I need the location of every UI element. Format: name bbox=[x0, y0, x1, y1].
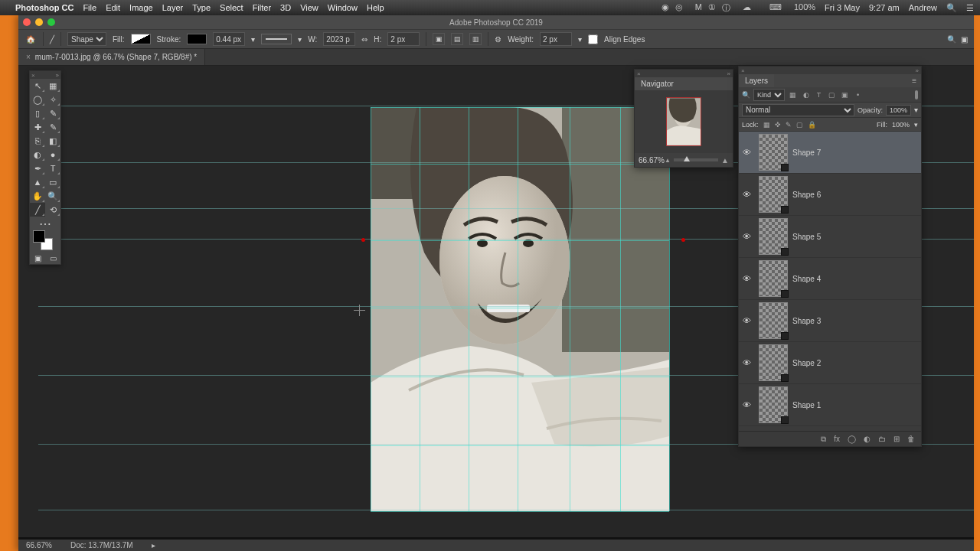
panel-close-icon[interactable]: × bbox=[31, 72, 35, 79]
visibility-toggle[interactable]: 👁 bbox=[739, 316, 754, 325]
new-layer-icon[interactable]: ⊞ bbox=[893, 435, 900, 443]
layer-thumbnail[interactable] bbox=[759, 302, 788, 339]
guide-vertical[interactable] bbox=[420, 107, 420, 511]
panel-close-icon[interactable]: × bbox=[741, 67, 745, 74]
layer-filter-kind[interactable]: Kind bbox=[753, 89, 785, 101]
layer-name[interactable]: Shape 6 bbox=[792, 191, 821, 199]
guide-vertical[interactable] bbox=[620, 107, 621, 511]
document-tab[interactable]: × mum-7-0013.jpg @ 66.7% (Shape 7, RGB/8… bbox=[18, 49, 205, 65]
link-wh-icon[interactable]: ⇔ bbox=[361, 35, 368, 44]
guide-vertical[interactable] bbox=[669, 107, 670, 511]
guide-horizontal[interactable] bbox=[371, 511, 669, 512]
notification-center-icon[interactable]: ☰ bbox=[966, 3, 974, 13]
tool-gradient[interactable]: ◐ bbox=[30, 148, 45, 161]
tool-type[interactable]: T bbox=[45, 161, 60, 175]
menu-date[interactable]: Fri 3 May bbox=[825, 3, 860, 12]
layer-row[interactable]: 👁Shape 3 bbox=[739, 300, 921, 342]
status-arrow-icon[interactable]: ▸ bbox=[152, 541, 155, 549]
tool-pen[interactable]: ✒ bbox=[30, 161, 45, 175]
layer-row[interactable]: 👁Shape 6 bbox=[739, 174, 921, 216]
guide-horizontal[interactable] bbox=[371, 308, 669, 308]
path-anchor[interactable] bbox=[681, 238, 685, 242]
status-icon[interactable]: M bbox=[695, 2, 702, 14]
lock-position-icon[interactable]: ✜ bbox=[775, 121, 781, 129]
layer-row[interactable]: 👁Shape 5 bbox=[739, 216, 921, 258]
tool-spot-heal[interactable]: ✚ bbox=[30, 120, 45, 134]
visibility-toggle[interactable]: 👁 bbox=[739, 232, 754, 241]
guide-horizontal[interactable] bbox=[371, 445, 669, 446]
layer-row[interactable]: 👁Shape 4 bbox=[739, 258, 921, 300]
delete-layer-icon[interactable]: 🗑 bbox=[907, 435, 915, 443]
home-button[interactable]: 🏠 bbox=[24, 33, 37, 45]
keyboard-icon[interactable]: ⌨ bbox=[769, 2, 782, 14]
tool-path-select[interactable]: ▲ bbox=[30, 175, 45, 189]
panel-collapse-icon[interactable]: » bbox=[56, 72, 59, 79]
menu-filter[interactable]: Filter bbox=[253, 3, 271, 12]
status-icon[interactable]: ⓘ bbox=[722, 2, 730, 14]
filter-pixel-icon[interactable]: ▦ bbox=[788, 90, 798, 99]
layers-tab[interactable]: Layers bbox=[739, 74, 774, 87]
panel-menu-icon[interactable]: ≡ bbox=[912, 77, 921, 85]
tool-move[interactable]: ↖ bbox=[30, 79, 45, 93]
fill-swatch[interactable] bbox=[131, 34, 151, 44]
stroke-width-dropdown[interactable]: ▾ bbox=[251, 35, 255, 44]
layer-thumbnail[interactable] bbox=[759, 260, 788, 297]
visibility-toggle[interactable]: 👁 bbox=[739, 274, 754, 283]
layer-name[interactable]: Shape 2 bbox=[792, 359, 821, 367]
fill-value[interactable]: 100% bbox=[892, 121, 910, 129]
workspace-switcher-icon[interactable]: ▣ bbox=[961, 35, 968, 44]
stroke-style-dropdown[interactable]: ▾ bbox=[298, 35, 302, 44]
menu-time[interactable]: 9:27 am bbox=[869, 3, 900, 12]
layer-thumbnail[interactable] bbox=[759, 176, 788, 213]
status-doc[interactable]: Doc: 13.7M/13.7M bbox=[70, 541, 133, 549]
new-group-icon[interactable]: 🗀 bbox=[878, 435, 886, 443]
guide-horizontal[interactable] bbox=[371, 107, 669, 108]
menu-window[interactable]: Window bbox=[328, 3, 358, 12]
menu-file[interactable]: File bbox=[83, 3, 96, 12]
tool-zoom[interactable]: 🔍 bbox=[45, 189, 60, 203]
panel-collapse-icon[interactable]: » bbox=[727, 70, 730, 77]
stroke-style-select[interactable] bbox=[261, 34, 292, 44]
visibility-toggle[interactable]: 👁 bbox=[739, 148, 754, 157]
guide-vertical[interactable] bbox=[518, 107, 518, 511]
path-arrangement-button[interactable]: ▥ bbox=[469, 33, 482, 45]
layer-row[interactable]: 👁Shape 1 bbox=[739, 384, 921, 426]
line-tool-icon[interactable]: ╱ bbox=[50, 35, 54, 44]
lock-pixels-icon[interactable]: ▦ bbox=[763, 121, 770, 129]
panel-close-icon[interactable]: × bbox=[637, 70, 641, 77]
path-operations-button[interactable]: ▣ bbox=[433, 33, 445, 45]
status-icon[interactable]: ☁ bbox=[743, 2, 751, 14]
lock-image-icon[interactable]: ✎ bbox=[786, 121, 792, 129]
filter-smart-icon[interactable]: ▣ bbox=[840, 90, 850, 99]
tool-eyedropper[interactable]: ✎ bbox=[45, 106, 60, 120]
layer-mask-icon[interactable]: ◯ bbox=[848, 435, 856, 443]
guide-horizontal[interactable] bbox=[371, 164, 669, 165]
guide-horizontal[interactable] bbox=[371, 377, 669, 377]
tool-brush[interactable]: ✎ bbox=[45, 120, 60, 134]
layer-row[interactable]: 👁Shape 7 bbox=[739, 132, 921, 174]
navigator-tab[interactable]: Navigator bbox=[635, 77, 680, 90]
visibility-toggle[interactable]: 👁 bbox=[739, 358, 754, 367]
zoom-in-icon[interactable]: ▲ bbox=[721, 156, 729, 165]
menu-image[interactable]: Image bbox=[129, 3, 153, 12]
search-icon[interactable]: 🔍 bbox=[947, 35, 956, 44]
guide-vertical[interactable] bbox=[469, 107, 469, 511]
menu-layer[interactable]: Layer bbox=[162, 3, 184, 12]
guide-vertical[interactable] bbox=[371, 107, 371, 511]
tool-eraser[interactable]: ◧ bbox=[45, 134, 60, 148]
blend-mode-select[interactable]: Normal bbox=[742, 104, 854, 116]
guide-horizontal[interactable] bbox=[371, 240, 669, 241]
menu-view[interactable]: View bbox=[300, 3, 318, 12]
tool-lasso[interactable]: ◯ bbox=[30, 93, 45, 106]
tool-clone[interactable]: ⎘ bbox=[30, 134, 45, 148]
visibility-toggle[interactable]: 👁 bbox=[739, 400, 754, 409]
zoom-out-icon[interactable]: ▲ bbox=[665, 157, 671, 164]
visibility-toggle[interactable]: 👁 bbox=[739, 190, 754, 199]
tool-mode-select[interactable]: Shape bbox=[67, 32, 106, 46]
edit-toolbar-button[interactable]: ⋯ bbox=[30, 217, 60, 227]
foreground-color[interactable] bbox=[33, 230, 45, 243]
filter-adjust-icon[interactable]: ◐ bbox=[801, 90, 811, 99]
close-button[interactable] bbox=[23, 18, 31, 26]
layer-fx-icon[interactable]: fx bbox=[834, 435, 840, 443]
weight-input[interactable] bbox=[540, 32, 572, 46]
